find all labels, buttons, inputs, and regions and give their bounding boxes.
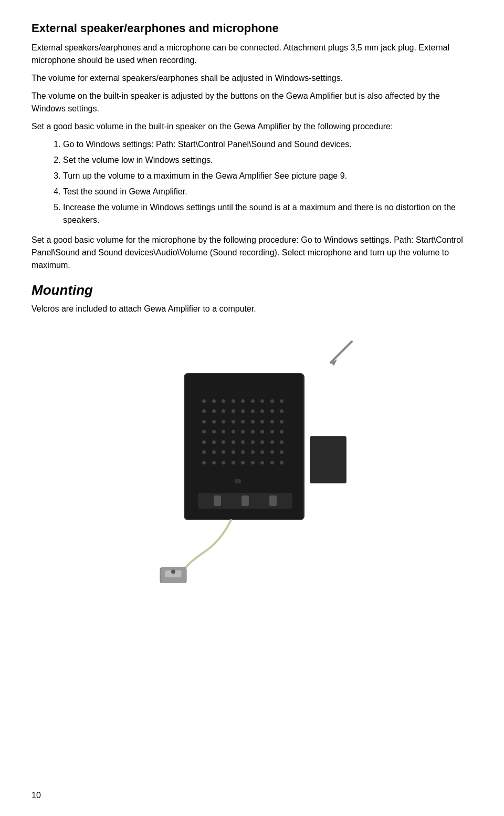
gewa-amplifier-device [184,373,304,520]
step-3: Turn up the volume to a maximum in the G… [63,170,472,182]
mounting-text: Velcros are included to attach Gewa Ampl… [32,303,472,315]
speaker-grille [198,395,292,474]
step-1: Go to Windows settings: Path: Start\Cont… [63,138,472,151]
step-4: Test the sound in Gewa Amplifier. [63,185,472,198]
svg-rect-3 [165,570,182,577]
intro-para-1: External speakers/earphones and a microp… [32,42,472,67]
svg-rect-2 [160,567,186,583]
step-5: Increase the volume in Windows settings … [63,201,472,226]
port-2 [242,495,249,506]
svg-point-4 [171,570,175,574]
page-title: External speaker/earphones and microphon… [32,21,472,36]
svg-line-0 [331,342,352,363]
intro-para-2: The volume for external speakers/earphon… [32,72,472,85]
velcro-pad [310,436,346,483]
led-indicator [235,479,241,483]
mounting-heading: Mounting [32,282,472,298]
port-3 [269,495,277,506]
device-image-container [32,331,472,583]
intro-para-4: Set a good basic volume in the built-in … [32,120,472,133]
procedure-list: Go to Windows settings: Path: Start\Cont… [63,138,472,226]
connector-strip [198,493,292,509]
device-illustration [142,331,362,583]
port-1 [214,495,221,506]
page-number: 10 [32,791,41,800]
step-2: Set the volume low in Windows settings. [63,154,472,167]
intro-para-3: The volume on the built-in speaker is ad… [32,90,472,115]
arrow-icon [315,336,357,378]
microphone-para: Set a good basic volume for the micropho… [32,234,472,272]
